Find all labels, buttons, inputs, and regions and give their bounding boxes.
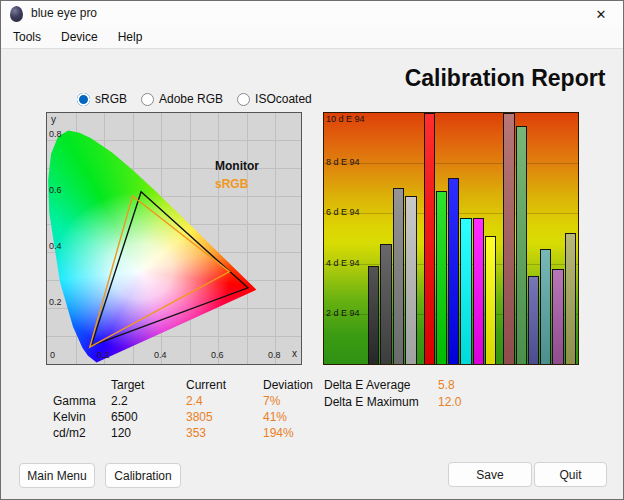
bar-dark-blue xyxy=(528,276,539,364)
app-eye-icon xyxy=(10,6,23,22)
app-window: blue eye pro ✕ ToolsDeviceHelp sRGBAdobe… xyxy=(0,0,624,500)
title-bar[interactable]: blue eye pro ✕ xyxy=(1,1,623,27)
bar-dark-cyan xyxy=(540,249,551,364)
calibration-results-table: TargetCurrentDeviationGamma2.22.47%Kelvi… xyxy=(53,378,343,442)
delta-e-summary: Delta E Average5.8Delta E Maximum12.0 xyxy=(324,378,498,412)
bar-green xyxy=(436,191,447,364)
x-tick-label: 0.4 xyxy=(154,350,167,360)
menu-bar: ToolsDeviceHelp xyxy=(1,27,623,49)
x-tick-label: 0.6 xyxy=(211,350,224,360)
radio-label: ISOcoated xyxy=(255,92,312,106)
y-tick-label: 0.8 xyxy=(49,129,62,139)
page-title: Calibration Report xyxy=(391,65,619,92)
legend-srgb: sRGB xyxy=(215,177,248,191)
x-axis-label: x xyxy=(292,348,297,359)
bar-gray xyxy=(393,188,404,364)
profile-radio-group: sRGBAdobe RGBISOcoated xyxy=(77,92,312,106)
bar-dark-green xyxy=(516,126,527,364)
y-tick-label: 0.2 xyxy=(49,297,62,307)
radio-circle-icon[interactable] xyxy=(141,93,154,106)
target-value: 120 xyxy=(111,426,186,442)
delta-label: Delta E Average xyxy=(324,378,438,395)
main-menu-button[interactable]: Main Menu xyxy=(19,463,95,488)
bar-blue xyxy=(448,178,459,364)
x-tick-label: 0 xyxy=(50,350,55,360)
delta-value: 5.8 xyxy=(438,378,498,395)
legend-monitor: Monitor xyxy=(215,159,259,173)
delta-label: Delta E Maximum xyxy=(324,395,438,412)
y-tick-label: 0.4 xyxy=(49,241,62,251)
table-corner xyxy=(53,378,111,394)
current-value: 3805 xyxy=(186,410,263,426)
window-title: blue eye pro xyxy=(31,6,97,20)
bar-group-3 xyxy=(503,113,576,364)
bar-cyan xyxy=(460,218,471,364)
radio-circle-icon[interactable] xyxy=(237,93,250,106)
target-value: 6500 xyxy=(111,410,186,426)
bar-light-gray xyxy=(405,196,416,364)
bar-black xyxy=(368,266,379,364)
current-value: 353 xyxy=(186,426,263,442)
bar-yellow xyxy=(485,236,496,364)
calibration-button[interactable]: Calibration xyxy=(105,463,181,488)
bar-magenta xyxy=(473,218,484,364)
y-axis-label: y xyxy=(51,114,56,125)
menu-item-tools[interactable]: Tools xyxy=(3,27,51,48)
bar-dark-red xyxy=(503,113,514,364)
deviation-value: 41% xyxy=(263,410,343,426)
column-header: Target xyxy=(111,378,186,394)
delta-e-bar-chart: 10 d E 948 d E 946 d E 944 d E 942 d E 9… xyxy=(323,112,579,365)
bar-dark-yellow xyxy=(565,233,576,364)
radio-circle-icon[interactable] xyxy=(77,93,90,106)
bar-dark-gray xyxy=(380,244,391,364)
srgb-gamut-triangle xyxy=(90,196,230,347)
radio-isocoated[interactable]: ISOcoated xyxy=(237,92,312,106)
deviation-value: 194% xyxy=(263,426,343,442)
bar-red xyxy=(424,113,435,364)
cie-chromaticity-chart: yx0.80.60.40.200.20.40.60.8MonitorsRGB xyxy=(46,112,302,365)
x-tick-label: 0.8 xyxy=(268,350,281,360)
radio-label: sRGB xyxy=(95,92,127,106)
radio-srgb[interactable]: sRGB xyxy=(77,92,127,106)
y-tick-label: 0.6 xyxy=(49,185,62,195)
row-label: Kelvin xyxy=(53,410,111,426)
close-icon[interactable]: ✕ xyxy=(579,1,623,27)
delta-value: 12.0 xyxy=(438,395,498,412)
row-label: Gamma xyxy=(53,394,111,410)
bar-dark-magenta xyxy=(552,269,563,364)
current-value: 2.4 xyxy=(186,394,263,410)
monitor-gamut-triangle xyxy=(91,192,248,346)
gamut-triangles xyxy=(47,113,301,364)
target-value: 2.2 xyxy=(111,394,186,410)
x-tick-label: 0.2 xyxy=(97,350,110,360)
bar-group-2 xyxy=(424,113,497,364)
quit-button[interactable]: Quit xyxy=(534,462,607,487)
radio-label: Adobe RGB xyxy=(159,92,223,106)
menu-item-help[interactable]: Help xyxy=(108,27,153,48)
column-header: Current xyxy=(186,378,263,394)
bar-group-1 xyxy=(368,113,417,364)
save-button[interactable]: Save xyxy=(448,462,532,487)
radio-adobe-rgb[interactable]: Adobe RGB xyxy=(141,92,223,106)
row-label: cd/m2 xyxy=(53,426,111,442)
menu-item-device[interactable]: Device xyxy=(51,27,108,48)
